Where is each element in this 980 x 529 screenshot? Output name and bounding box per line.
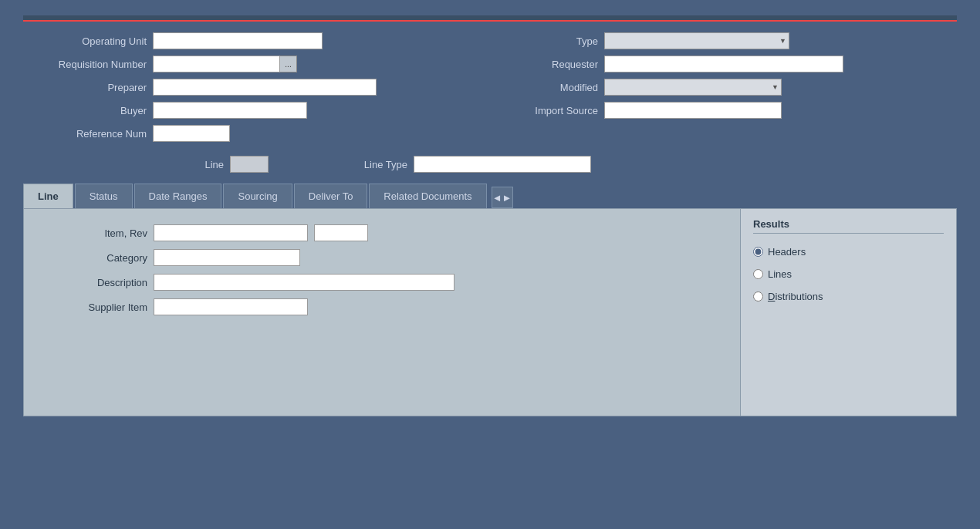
radio-headers-label: Headers (768, 246, 806, 258)
distributions-rest: istributions (775, 291, 823, 302)
category-row: Category (47, 249, 717, 266)
radio-group: Headers Lines Distributions (753, 246, 944, 302)
right-form: Type Purchase Internal ▼ Requester Modif… (505, 32, 957, 142)
category-label: Category (47, 252, 147, 264)
radio-lines-input[interactable] (753, 269, 763, 279)
buyer-row: Buyer (23, 102, 475, 119)
item-rev-label: Item, Rev (47, 227, 147, 239)
tab-date-ranges-label: Date Ranges (149, 190, 208, 202)
results-title: Results (753, 218, 944, 234)
line-type-input[interactable] (414, 156, 591, 173)
description-label: Description (47, 277, 147, 288)
radio-lines[interactable]: Lines (753, 268, 944, 280)
reference-num-label: Reference Num (23, 128, 147, 140)
tab-arrow-icon: ◄► (492, 192, 512, 204)
type-row: Type Purchase Internal ▼ (505, 32, 957, 49)
top-bar (23, 15, 957, 22)
item-rev-row: Item, Rev (47, 224, 717, 241)
type-label: Type (505, 35, 598, 47)
radio-headers[interactable]: Headers (753, 246, 944, 258)
tab-line[interactable]: Line (23, 184, 73, 208)
import-source-input[interactable] (604, 102, 782, 119)
line-label: Line (23, 159, 224, 170)
import-source-row: Import Source (505, 102, 957, 119)
left-form: Operating Unit Requisition Number ... Pr… (23, 32, 475, 142)
requester-row: Requester (505, 56, 957, 72)
tab-content-line: Item, Rev Category Description Supplier … (23, 208, 741, 416)
line-row: Line Line Type (23, 156, 957, 173)
preparer-label: Preparer (23, 82, 147, 93)
line-left: Line (23, 156, 269, 173)
description-row: Description (47, 274, 717, 291)
top-form: Operating Unit Requisition Number ... Pr… (23, 32, 957, 142)
distributions-d-underline: D (768, 291, 775, 302)
buyer-label: Buyer (23, 105, 147, 116)
radio-distributions-input[interactable] (753, 291, 763, 302)
buyer-input[interactable] (153, 102, 307, 119)
tab-status[interactable]: Status (75, 184, 133, 208)
modified-select[interactable]: Yes No (604, 79, 782, 96)
line-right: Line Type (315, 156, 591, 173)
modified-row: Modified Yes No ▼ (505, 79, 957, 96)
tabs-row: Line Status Date Ranges Sourcing Deliver… (23, 184, 957, 208)
line-input[interactable] (230, 156, 269, 173)
operating-unit-label: Operating Unit (23, 35, 147, 47)
modified-label: Modified (505, 82, 598, 93)
line-tab-form: Item, Rev Category Description Supplier … (47, 224, 717, 315)
preparer-row: Preparer (23, 79, 475, 96)
category-input[interactable] (154, 249, 300, 266)
requisition-number-label: Requisition Number (23, 59, 147, 70)
tab-status-label: Status (90, 190, 118, 202)
import-source-label: Import Source (505, 105, 598, 116)
results-panel: Results Headers Lines Distributions (741, 208, 957, 416)
type-select-wrapper: Purchase Internal (604, 32, 789, 49)
requisition-number-row: Requisition Number ... (23, 56, 475, 72)
tab-content-wrapper: Item, Rev Category Description Supplier … (23, 208, 957, 416)
tab-sourcing-label: Sourcing (238, 190, 277, 202)
supplier-item-input[interactable] (154, 298, 308, 315)
browse-button[interactable]: ... (280, 56, 297, 72)
reference-num-input[interactable] (153, 125, 230, 142)
tab-sourcing[interactable]: Sourcing (223, 184, 292, 208)
supplier-item-row: Supplier Item (47, 298, 717, 315)
tab-deliver-to[interactable]: Deliver To (294, 184, 368, 208)
modified-select-wrapper: Yes No (604, 79, 782, 96)
req-num-wrapper: ... (153, 56, 297, 72)
radio-distributions[interactable]: Distributions (753, 291, 944, 302)
operating-unit-input[interactable] (153, 32, 323, 49)
tab-related-documents-label: Related Documents (384, 190, 471, 202)
radio-lines-label: Lines (768, 268, 792, 280)
radio-headers-input[interactable] (753, 247, 763, 257)
reference-num-row: Reference Num (23, 125, 475, 142)
requester-input[interactable] (604, 56, 843, 72)
description-input[interactable] (154, 274, 455, 291)
operating-unit-row: Operating Unit (23, 32, 475, 49)
tab-arrow-button[interactable]: ◄► (492, 187, 513, 208)
item-input[interactable] (154, 224, 308, 241)
tab-line-label: Line (38, 190, 59, 202)
radio-distributions-label: Distributions (768, 291, 823, 302)
rev-input[interactable] (314, 224, 368, 241)
tab-date-ranges[interactable]: Date Ranges (134, 184, 222, 208)
type-select[interactable]: Purchase Internal (604, 32, 789, 49)
tab-deliver-to-label: Deliver To (309, 190, 353, 202)
requisition-number-input[interactable] (153, 56, 280, 72)
supplier-item-label: Supplier Item (47, 302, 147, 313)
main-container: Operating Unit Requisition Number ... Pr… (0, 0, 980, 529)
preparer-input[interactable] (153, 79, 377, 96)
tab-related-documents[interactable]: Related Documents (369, 184, 486, 208)
requester-label: Requester (505, 59, 598, 70)
line-type-label: Line Type (315, 159, 407, 170)
